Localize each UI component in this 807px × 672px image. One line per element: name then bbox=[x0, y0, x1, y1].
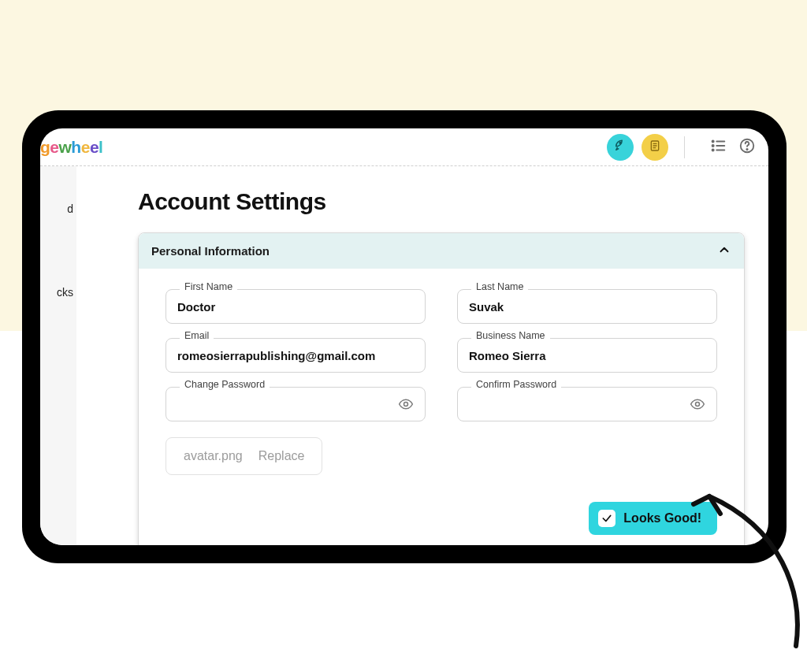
confirm-password-input[interactable] bbox=[469, 398, 685, 411]
list-icon bbox=[710, 137, 727, 158]
app-window: gewheel bbox=[40, 128, 768, 545]
document-icon bbox=[649, 139, 661, 156]
first-name-input[interactable] bbox=[177, 300, 414, 314]
card-header-title: Personal Information bbox=[151, 244, 270, 258]
confirm-password-field: Confirm Password bbox=[457, 387, 717, 421]
last-name-label: Last Name bbox=[471, 281, 528, 292]
business-name-input[interactable] bbox=[469, 349, 705, 362]
sidebar-item[interactable]: d bbox=[40, 198, 76, 220]
last-name-field: Last Name bbox=[457, 289, 717, 324]
looks-good-label: Looks Good! bbox=[623, 511, 701, 525]
main-content: Account Settings Personal Information Fi… bbox=[76, 166, 768, 545]
change-password-label: Change Password bbox=[180, 379, 270, 390]
brand-logo[interactable]: gewheel bbox=[40, 138, 102, 157]
device-frame: gewheel bbox=[22, 110, 787, 563]
email-field: Email bbox=[165, 338, 426, 373]
svg-point-0 bbox=[619, 142, 621, 143]
list-button[interactable] bbox=[708, 137, 729, 158]
svg-point-9 bbox=[712, 149, 714, 150]
separator bbox=[684, 136, 685, 158]
card-header[interactable]: Personal Information bbox=[139, 233, 744, 269]
check-icon bbox=[598, 510, 615, 527]
email-input[interactable] bbox=[177, 349, 414, 362]
svg-point-13 bbox=[404, 403, 408, 407]
page-title: Account Settings bbox=[138, 188, 745, 215]
avatar-filename: avatar.png bbox=[184, 449, 243, 463]
rocket-icon bbox=[613, 139, 627, 156]
svg-point-12 bbox=[746, 148, 747, 149]
help-button[interactable] bbox=[737, 137, 757, 158]
avatar-replace-action[interactable]: Replace bbox=[258, 449, 305, 463]
sidebar-item[interactable]: cks bbox=[40, 281, 76, 303]
svg-point-14 bbox=[696, 403, 700, 407]
email-label: Email bbox=[180, 330, 214, 341]
personal-info-card: Personal Information First Name bbox=[138, 232, 745, 545]
rocket-button[interactable] bbox=[607, 134, 634, 161]
change-password-input[interactable] bbox=[177, 398, 393, 411]
first-name-label: First Name bbox=[180, 281, 237, 292]
sidebar: d cks bbox=[40, 166, 76, 545]
svg-point-7 bbox=[712, 144, 714, 146]
avatar-picker[interactable]: avatar.png Replace bbox=[165, 437, 322, 475]
confirm-password-label: Confirm Password bbox=[471, 379, 561, 390]
help-icon bbox=[738, 137, 756, 158]
first-name-field: First Name bbox=[165, 289, 426, 324]
eye-icon[interactable] bbox=[690, 396, 705, 412]
business-name-label: Business Name bbox=[471, 330, 550, 341]
last-name-input[interactable] bbox=[469, 300, 705, 314]
chevron-up-icon bbox=[717, 243, 731, 259]
looks-good-button[interactable]: Looks Good! bbox=[589, 502, 717, 535]
change-password-field: Change Password bbox=[165, 387, 426, 421]
top-bar: gewheel bbox=[40, 128, 768, 166]
eye-icon[interactable] bbox=[398, 396, 414, 412]
business-name-field: Business Name bbox=[457, 338, 717, 373]
svg-point-5 bbox=[712, 140, 714, 142]
document-button[interactable] bbox=[642, 134, 668, 161]
